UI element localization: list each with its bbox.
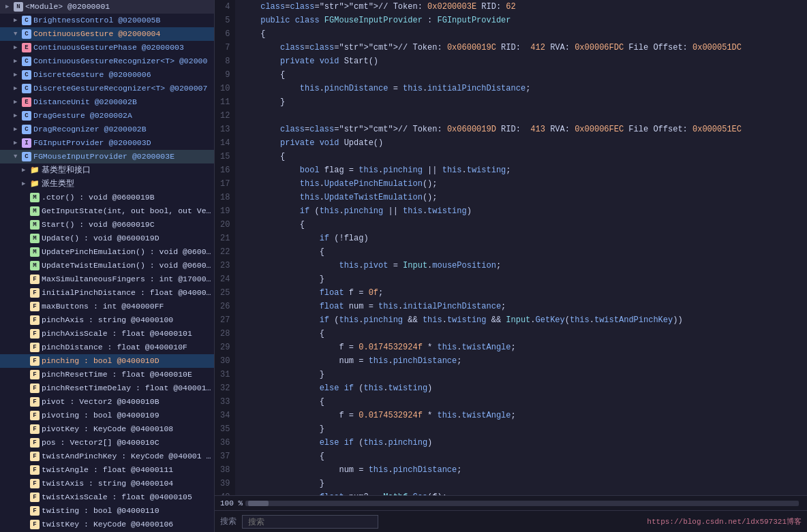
tree-item-twistAngle[interactable]: FtwistAngle : float @04000111 (0, 463, 214, 477)
code-line: num = this.pinchDistance; (241, 463, 802, 477)
tree-item-label: DiscreteGesture @02000006 (33, 69, 211, 81)
tree-item-dragGesture[interactable]: CDragGesture @0200002A (0, 109, 214, 123)
tree-arrow (14, 137, 22, 149)
tree-item-pinchAxis[interactable]: FpinchAxis : string @04000100 (0, 313, 214, 327)
tree-item-fgMouseInputProvider[interactable]: CFGMouseInputProvider @0200003E (0, 150, 214, 163)
tree-icon: M (30, 247, 40, 257)
tree-item-label: pivot : Vector2 @0400010B (42, 396, 211, 408)
tree-item-label: twistAxis : string @04000104 (42, 478, 211, 490)
tree-item-module[interactable]: N<Module> @02000001 (0, 0, 214, 14)
code-area[interactable]: 4567891011121314151617181920212223242526… (215, 0, 807, 495)
tree-item-label: pinchAxis : string @04000100 (42, 314, 211, 326)
line-number: 15 (220, 150, 230, 163)
tree-item-contGesturePhase[interactable]: EContinuousGesturePhase @02000003 (0, 41, 214, 54)
tree-item-start[interactable]: MStart() : void @0600019C (0, 218, 214, 232)
tree-icon: F (30, 275, 40, 284)
tree-item-baseTypes[interactable]: 📁基类型和接口 (0, 163, 214, 177)
tree-arrow (14, 110, 22, 122)
tree-item-pos[interactable]: Fpos : Vector2[] @0400010C (0, 436, 214, 450)
code-line: bool flag = this.pinching || this.twisti… (241, 163, 802, 177)
code-line: { (241, 68, 802, 82)
tree-item-discreteGestureRec[interactable]: CDiscreteGestureRecognizer<T> @0200007 (0, 82, 214, 95)
tree-item-updateTwist[interactable]: MUpdateTwistEmulation() : void @060001 (0, 259, 214, 272)
tree-item-pinchResetTime[interactable]: FpinchResetTime : float @0400010E (0, 368, 214, 381)
line-number: 6 (220, 27, 230, 41)
tree-item-discreteGesture[interactable]: CDiscreteGesture @02000006 (0, 68, 214, 82)
tree-arrow (14, 69, 22, 81)
tree-item-update[interactable]: MUpdate() : void @0600019D (0, 232, 214, 245)
line-number: 40 (220, 490, 230, 495)
tree-item-label: twistAngle : float @04000111 (42, 464, 211, 476)
tree-item-pivot[interactable]: Fpivot : Vector2 @0400010B (0, 395, 214, 409)
line-number: 29 (220, 341, 230, 354)
tree-item-dragRecognizer[interactable]: CDragRecognizer @0200002B (0, 123, 214, 136)
tree-icon: F (30, 315, 40, 325)
tree-item-label: pivotKey : KeyCode @04000108 (42, 423, 211, 435)
tree-item-pinchDistance[interactable]: FpinchDistance : float @0400010F (0, 341, 214, 354)
line-number: 27 (220, 313, 230, 327)
tree-icon: F (30, 479, 40, 488)
tree-item-distanceUnit[interactable]: EDistanceUnit @0200002B (0, 95, 214, 109)
tree-item-fgInputProvider[interactable]: IFGInputProvider @0200003D (0, 136, 214, 150)
tree-item-pinchAxisScale[interactable]: FpinchAxisScale : float @04000101 (0, 327, 214, 341)
line-number: 5 (220, 14, 230, 27)
tree-item-twistAndPinchKey[interactable]: FtwistAndPinchKey : KeyCode @040001 0A (0, 450, 214, 463)
tree-item-label: FGMouseInputProvider @0200003E (33, 151, 211, 163)
tree-item-updatePinch[interactable]: MUpdatePinchEmulation() : void @060001 (0, 245, 214, 259)
watermark: https://blog.csdn.net/ldx597321博客 (647, 516, 802, 527)
tree-arrow (14, 96, 22, 108)
line-number: 39 (220, 477, 230, 490)
line-number: 9 (220, 68, 230, 82)
tree-item-twistAxis[interactable]: FtwistAxis : string @04000104 (0, 477, 214, 490)
tree-icon: F (30, 356, 40, 366)
line-number: 23 (220, 259, 230, 272)
tree-item-label: ContinuousGestureRecognizer<T> @02000 (33, 55, 211, 67)
tree-icon: F (30, 506, 40, 516)
tree-item-pivotKey[interactable]: FpivotKey : KeyCode @04000108 (0, 422, 214, 436)
tree-item-twistKey[interactable]: FtwistKey : KeyCode @04000106 (0, 518, 214, 531)
line-number: 11 (220, 95, 230, 109)
tree-item-twistAxisScale[interactable]: FtwistAxisScale : float @04000105 (0, 490, 214, 504)
tree-icon: F (30, 370, 40, 379)
tree-item-contGesture[interactable]: CContinuousGesture @02000004 (0, 27, 214, 41)
tree-item-brightness[interactable]: CBrightnessControl @0200005B (0, 14, 214, 27)
tree-item-label: Update() : void @0600019D (42, 232, 211, 245)
code-statusbar: 100 % (215, 495, 807, 510)
tree-arrow (14, 123, 22, 136)
main-container: N<Module> @02000001CBrightnessControl @0… (0, 0, 807, 532)
line-numbers: 4567891011121314151617181920212223242526… (215, 0, 235, 495)
tree-item-maxSimFingers[interactable]: FMaxSimultaneousFingers : int @1700005 (0, 272, 214, 286)
code-line: { (241, 450, 802, 463)
code-line: else if (this.pinching) (241, 436, 802, 450)
tree-item-initialPinchDist[interactable]: FinitialPinchDistance : float @04000103 (0, 286, 214, 300)
line-number: 35 (220, 422, 230, 436)
tree-item-contGestureRec[interactable]: CContinuousGestureRecognizer<T> @02000 (0, 54, 214, 68)
tree-item-label: MaxSimultaneousFingers : int @1700005 (42, 273, 211, 285)
code-line: } (241, 368, 802, 381)
code-line: this.UpdateTwistEmulation(); (241, 191, 802, 204)
tree-item-label: ContinuousGesturePhase @02000003 (33, 42, 211, 54)
tree-arrow (22, 178, 30, 190)
tree-icon: M (30, 234, 40, 243)
line-number: 16 (220, 163, 230, 177)
tree-item-label: UpdateTwistEmulation() : void @060001 (42, 260, 211, 272)
tree-item-label: FGInputProvider @0200003D (33, 137, 211, 149)
tree-item-label: GetInputState(int, out bool, out Vector2… (42, 205, 211, 217)
tree-item-label: initialPinchDistance : float @04000103 (42, 287, 211, 299)
tree-item-label: pinching : bool @0400010D (42, 355, 211, 367)
tree-item-derivedTypes[interactable]: 📁派生类型 (0, 177, 214, 191)
tree-item-pivoting[interactable]: Fpivoting : bool @04000109 (0, 409, 214, 422)
horizontal-scrollbar[interactable] (245, 501, 799, 506)
tree-icon: M (30, 220, 40, 230)
tree-item-twisting[interactable]: Ftwisting : bool @04000110 (0, 504, 214, 518)
line-number: 8 (220, 54, 230, 68)
line-number: 37 (220, 450, 230, 463)
tree-item-ctor[interactable]: M.ctor() : void @0600019B (0, 191, 214, 204)
left-panel[interactable]: N<Module> @02000001CBrightnessControl @0… (0, 0, 215, 532)
tree-item-pinchResetTimeDelay[interactable]: FpinchResetTimeDelay : float @04000102 (0, 381, 214, 395)
line-number: 31 (220, 368, 230, 381)
tree-item-getInputState[interactable]: MGetInputState(int, out bool, out Vector… (0, 204, 214, 218)
tree-item-maxButtons[interactable]: FmaxButtons : int @040000FF (0, 300, 214, 313)
search-input[interactable] (242, 515, 378, 529)
tree-item-pinching[interactable]: Fpinching : bool @0400010D (0, 354, 214, 368)
